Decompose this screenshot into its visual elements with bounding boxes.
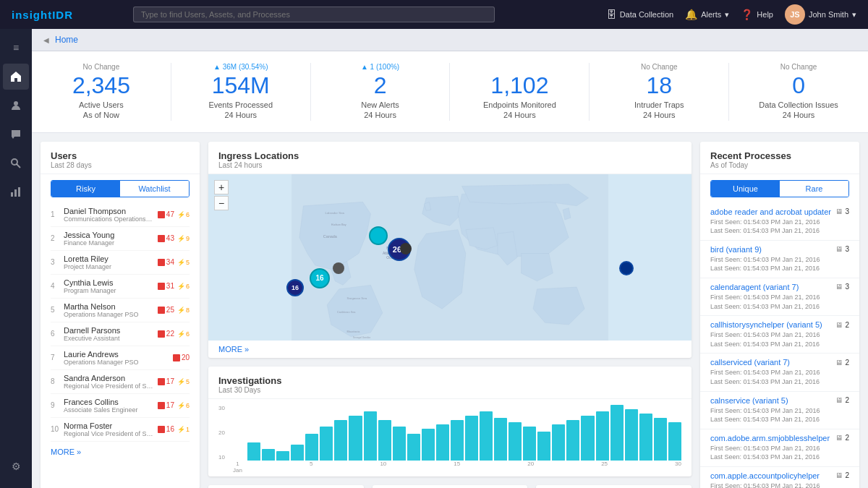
process-item[interactable]: callhistorysynchelper (variant 5) 🖥 2 Fi… [700,316,859,354]
user-row[interactable]: 10 Norma Foster Regional Vice President … [51,418,190,442]
sidebar-item-users[interactable] [3,93,29,119]
chart-bar [247,442,260,461]
chart-bar [654,418,667,461]
process-item[interactable]: callserviced (variant 7) 🖥 2 First Seen:… [700,354,859,391]
alerts-label: Alerts [701,10,721,19]
svg-text:Sargasso Sea: Sargasso Sea [347,296,367,299]
stat-change-1: ▲ 36M (30.54%) [180,63,302,71]
monitor-icon: 🖥 [835,321,843,329]
chart-bar [537,432,550,461]
process-first-seen: First Seen: 01:54:03 PM Jan 21, 2016 [710,330,849,340]
process-item[interactable]: calendaragent (variant 7) 🖥 3 First Seen… [700,278,859,316]
app-logo: insightIDR [12,9,73,21]
process-header: bird (variant 9) 🖥 3 [710,245,849,254]
stat-intruder-traps[interactable]: No Change 18 Intruder Traps24 Hours [590,63,729,121]
sidebar-item-chat[interactable] [3,121,29,147]
sidebar-item-menu[interactable]: ≡ [3,35,29,61]
process-count-wrap: 🖥 2 [835,396,849,404]
user-row[interactable]: 1 Daniel Thompson Communications Operati… [51,203,190,227]
zoom-in-button[interactable]: + [214,180,229,194]
user-stats: 34 ⚡5 [158,258,190,266]
investigations-chart: 30 20 10 1Jan51015202530 [208,399,692,476]
global-search[interactable] [133,7,495,22]
ingress-subtitle: Last 24 hours [218,161,681,169]
user-stats: 22 ⚡6 [158,330,190,338]
user-score: 43 [158,234,174,242]
stat-endpoints[interactable]: - 1,102 Endpoints Monitored24 Hours [450,63,590,121]
help-button[interactable]: ❓ Help [741,9,773,20]
map-marker-ca [333,262,344,274]
user-row[interactable]: 7 Laurie Andrews Operations Manager PSO … [51,346,190,370]
user-row[interactable]: 2 Jessica Young Finance Manager 43 ⚡9 [51,227,190,251]
monitor-icon: 🖥 [835,396,843,404]
stat-events-processed[interactable]: ▲ 36M (30.54%) 154M Events Processed24 H… [171,63,311,121]
process-detail: First Seen: 01:54:03 PM Jan 21, 2016 Las… [710,406,849,424]
process-item[interactable]: calnservice (variant 5) 🖥 2 First Seen: … [700,392,859,429]
process-count: 3 [845,207,849,215]
stat-new-alerts[interactable]: ▲ 1 (100%) 2 New Alerts24 Hours [311,63,451,121]
user-row[interactable]: 4 Cynthia Lewis Program Manager 31 ⚡6 [51,275,190,299]
process-item[interactable]: adobe reader and acrobat updater 🖥 3 Fir… [700,203,859,241]
chart-bar [436,424,449,460]
user-role: Associate Sales Engineer [64,406,153,414]
process-count: 3 [845,245,849,253]
sidebar-item-home[interactable] [3,64,29,90]
database-icon: 🗄 [606,9,616,20]
alerts-button[interactable]: 🔔 Alerts ▾ [685,9,729,20]
process-item[interactable]: com.adobe.arm.smjobblesshelper 🖥 2 First… [700,429,859,467]
user-role: Communications Operations Intern [64,215,153,223]
user-info: Norma Foster Regional Vice President of … [64,421,153,437]
user-row[interactable]: 3 Loretta Riley Project Manager 34 ⚡5 [51,251,190,275]
user-role: Executive Assistant [64,335,153,342]
stat-label-4: Intruder Traps24 Hours [598,100,720,121]
ingress-more-link[interactable]: MORE » [208,341,692,358]
sidebar-item-charts[interactable] [3,179,29,205]
main-content: ◀ Home No Change 2,345 Active UsersAs of… [32,29,868,488]
stat-value-2: 2 [320,74,441,97]
svg-text:Caribbean Sea: Caribbean Sea [337,310,356,313]
data-collection-button[interactable]: 🗄 Data Collection [606,9,674,20]
chart-bar [349,416,362,461]
map-marker-us: 16 [310,268,330,288]
user-flag-icon [158,378,165,385]
breadcrumb-home[interactable]: Home [55,35,78,45]
chart-bar [320,427,333,460]
sidebar-item-investigate[interactable] [3,150,29,176]
process-item[interactable]: bird (variant 9) 🖥 3 First Seen: 01:54:0… [700,241,859,278]
process-count-wrap: 🖥 3 [835,283,849,291]
tab-risky[interactable]: Risky [51,181,120,197]
tab-unique[interactable]: Unique [711,181,780,197]
user-row[interactable]: 5 Martha Nelson Operations Manager PSO 2… [51,299,190,322]
stat-collection-issues[interactable]: No Change 0 Data Collection Issues24 Hou… [729,63,868,121]
users-tabs: Risky Watchlist [51,180,190,197]
chart-bar [334,420,347,460]
alerts-dropdown-icon: ▾ [725,10,729,20]
process-item[interactable]: com.apple.accountpolicyhelper 🖥 2 First … [700,467,859,488]
process-name: calnservice (variant 5) [710,396,788,405]
zoom-out-button[interactable]: − [214,196,229,210]
recent-investigations-panel: Recent Accessed Investigations nsimmons … [536,485,692,488]
stat-change-2: ▲ 1 (100%) [320,63,441,71]
stat-active-users[interactable]: No Change 2,345 Active UsersAs of Now [32,63,171,121]
user-row[interactable]: 8 Sandra Anderson Regional Vice Presiden… [51,370,190,394]
user-row[interactable]: 6 Darnell Parsons Executive Assistant 22… [51,322,190,346]
sidebar-item-settings[interactable]: ⚙ [3,453,29,479]
user-num: 10 [51,425,59,433]
chart-bar [523,427,536,460]
user-menu-button[interactable]: JS John Smith ▾ [785,4,856,25]
user-row[interactable]: 9 Frances Collins Associate Sales Engine… [51,394,190,418]
user-role: Regional Vice President of Sales, Americ… [64,430,153,437]
tab-watchlist[interactable]: Watchlist [120,181,189,197]
search-input[interactable] [133,7,495,22]
user-num: 3 [51,258,59,266]
process-first-seen: First Seen: 01:54:03 PM Jan 21, 2016 [710,368,849,377]
user-num: 1 [51,210,59,218]
users-more-link[interactable]: MORE » [41,442,200,462]
chart-bar [422,429,435,460]
breadcrumb-arrow-icon: ◀ [43,36,49,44]
process-name: calendaragent (variant 7) [710,283,799,291]
user-num: 7 [51,354,59,361]
user-score: 20 [173,354,190,361]
tab-rare[interactable]: Rare [780,181,848,197]
process-first-seen: First Seen: 01:54:03 PM Jan 21, 2016 [710,218,849,227]
